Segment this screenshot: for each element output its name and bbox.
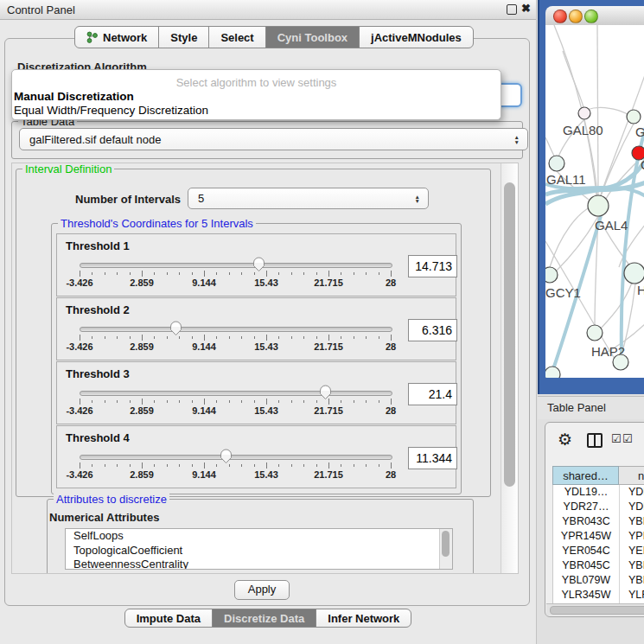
table-row[interactable]: YDR27…YDR2 <box>553 500 644 514</box>
combo-stepper-icon: ▲▼ <box>415 194 420 203</box>
cyni-bottom-tabs: Impute DataDiscretize DataInfer Network <box>0 609 536 628</box>
tab-impute-data[interactable]: Impute Data <box>124 609 213 628</box>
tab-label: Discretize Data <box>224 612 304 625</box>
slider-thumb[interactable] <box>252 257 265 272</box>
network-node-hap2[interactable] <box>587 325 603 341</box>
column-header-name[interactable]: na <box>619 466 644 485</box>
slider-tick-labels: -3.4262.8599.14415.4321.71528 <box>80 469 391 480</box>
network-icon <box>86 31 98 43</box>
slider-thumb[interactable] <box>319 385 332 400</box>
network-view-window: GAL80GACGAL11GAL4GCY1HHAP2 <box>538 0 644 394</box>
tab-jactivemnodules[interactable]: jActiveMNodules <box>359 26 474 48</box>
network-node-gal4[interactable] <box>588 195 609 216</box>
node-label: GAL4 <box>595 218 628 233</box>
dropdown-option[interactable]: Manual Discretization <box>14 90 134 103</box>
table-row[interactable]: YBR043CYBR0 <box>553 514 644 529</box>
close-traffic-light-icon[interactable] <box>553 10 567 23</box>
checkbox-checked-icon[interactable]: ☑ <box>622 432 633 445</box>
node-label: GAL11 <box>546 172 586 187</box>
zoom-traffic-light-icon[interactable] <box>584 10 598 23</box>
network-node-ga[interactable] <box>627 110 641 124</box>
split-columns-icon[interactable] <box>587 433 603 448</box>
table-toolbar: ⚙ ☑ ☑ <box>545 423 644 462</box>
float-window-icon[interactable] <box>507 4 517 15</box>
tab-select[interactable]: Select <box>208 26 265 48</box>
close-icon[interactable]: ✖ <box>521 2 531 15</box>
table-cell: YBR043C <box>553 514 620 529</box>
number-of-intervals-combobox[interactable]: 5 ▲▼ <box>188 188 429 209</box>
network-node[interactable] <box>613 354 628 370</box>
attribute-list-item[interactable]: TopologicalCoefficient <box>66 544 452 558</box>
tab-style[interactable]: Style <box>158 26 209 48</box>
numerical-attributes-list[interactable]: SelfLoopsTopologicalCoefficientBetweenne… <box>65 528 453 570</box>
tab-infer-network[interactable]: Infer Network <box>316 609 411 628</box>
tab-discretize-data[interactable]: Discretize Data <box>212 609 316 628</box>
threshold-value-field[interactable]: 6.316 <box>408 319 457 341</box>
control-panel-tabs: NetworkStyleSelectCyni ToolboxjActiveMNo… <box>74 26 474 48</box>
table-cell: YER0 <box>620 544 644 558</box>
table-cell: YBR0 <box>620 558 644 573</box>
attribute-list-item[interactable]: BetweennessCentrality <box>66 558 452 570</box>
slider-ticks <box>80 271 391 277</box>
threshold-row: Threshold 3-3.4262.8599.14415.4321.71528… <box>56 361 456 424</box>
slider-track[interactable] <box>80 327 392 332</box>
network-node-h[interactable] <box>624 263 644 284</box>
interval-definition-title: Interval Definition <box>22 163 114 175</box>
column-header-shared-name[interactable]: shared… <box>552 466 619 485</box>
gear-icon[interactable]: ⚙ <box>558 430 572 450</box>
dropdown-option[interactable]: Equal Width/Frequency Discretization <box>14 104 208 117</box>
table-cell: YDL1 <box>620 485 644 500</box>
node-label: GAL80 <box>563 123 603 137</box>
slider-thumb[interactable] <box>220 449 233 464</box>
slider-tick-labels: -3.4262.8599.14415.4321.71528 <box>80 405 391 416</box>
table-cell: YBL079W <box>553 573 620 588</box>
table-row[interactable]: YBR045CYBR0 <box>553 558 644 573</box>
table-panel-header: Table Panel <box>538 396 644 419</box>
table-cell: YLR345W <box>553 588 620 603</box>
slider-track[interactable] <box>80 455 392 460</box>
combo-stepper-icon: ▲▼ <box>514 135 520 144</box>
apply-button[interactable]: Apply <box>234 580 290 600</box>
tab-cyni-toolbox[interactable]: Cyni Toolbox <box>265 26 360 48</box>
node-label: H <box>637 283 644 297</box>
slider-thumb[interactable] <box>169 321 182 336</box>
slider-tick-labels: -3.4262.8599.14415.4321.71528 <box>80 277 391 288</box>
checkbox-checked-icon[interactable]: ☑ <box>611 432 622 445</box>
settings-scrollbar[interactable] <box>501 163 519 573</box>
control-panel-window: Control Panel ✖ NetworkStyleSelectCyni T… <box>0 0 537 644</box>
horizontal-scrollbar[interactable] <box>546 603 644 615</box>
scrollbar-thumb[interactable] <box>504 182 515 487</box>
minimize-traffic-light-icon[interactable] <box>569 10 583 23</box>
network-node[interactable] <box>545 367 560 378</box>
tab-label: Style <box>170 31 197 44</box>
network-node-gcy1[interactable] <box>545 267 558 283</box>
screen: Control Panel ✖ NetworkStyleSelectCyni T… <box>0 0 644 644</box>
threshold-value-field[interactable]: 21.4 <box>408 383 457 405</box>
tab-label: jActiveMNodules <box>371 31 462 44</box>
table-data-combobox[interactable]: galFiltered.sif default node ▲▼ <box>19 128 528 150</box>
threshold-value-field[interactable]: 11.344 <box>408 447 457 469</box>
algorithm-dropdown-popup: Select algorithm to view settings Manual… <box>11 69 501 120</box>
tab-network[interactable]: Network <box>74 26 159 48</box>
number-of-intervals-value: 5 <box>198 192 204 205</box>
threshold-value-field[interactable]: 14.713 <box>408 255 457 277</box>
scrollbar-thumb[interactable] <box>550 606 644 615</box>
network-canvas[interactable]: GAL80GACGAL11GAL4GCY1HHAP2 <box>545 25 644 378</box>
network-node-gal11[interactable] <box>549 156 564 171</box>
table-panel-title: Table Panel <box>547 401 606 414</box>
tab-label: Cyni Toolbox <box>277 31 348 44</box>
table-row[interactable]: YBL079WYBL0 <box>553 573 644 588</box>
table-row[interactable]: YPR145WYPR1 <box>553 529 644 544</box>
attributes-group: Attributes to discretize Numerical Attri… <box>47 499 474 574</box>
table-row[interactable]: YER054CYER0 <box>553 544 644 558</box>
network-node-gal80[interactable] <box>578 107 590 119</box>
table-row[interactable]: YDL19…YDL1 <box>553 485 644 500</box>
table-row[interactable]: YLR345WYLR3 <box>553 588 644 603</box>
table-data-value: galFiltered.sif default node <box>29 133 161 146</box>
slider-track[interactable] <box>80 391 392 396</box>
scrollbar-thumb[interactable] <box>442 531 450 557</box>
table-header-row: shared… na <box>552 466 644 485</box>
attributes-scrollbar[interactable] <box>439 529 452 569</box>
attribute-list-item[interactable]: SelfLoops <box>66 529 452 544</box>
slider-track[interactable] <box>80 263 392 268</box>
